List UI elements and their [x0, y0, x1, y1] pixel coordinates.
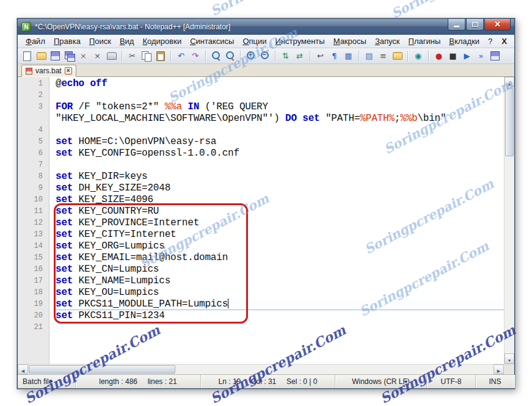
monitoring-icon[interactable]: ◉: [412, 50, 424, 62]
code-line[interactable]: [56, 125, 514, 136]
menubar-close-button[interactable]: X: [497, 37, 512, 46]
scroll-down-button[interactable]: [505, 353, 514, 364]
document-map-icon[interactable]: ▤: [363, 50, 375, 62]
code-line[interactable]: set KEY_PROVINCE=Internet: [56, 217, 514, 229]
code-line[interactable]: set PKCS11_PIN=1234: [56, 310, 514, 322]
run-macro-multiple-times-icon[interactable]: »: [475, 50, 487, 62]
code-line[interactable]: [56, 159, 514, 171]
code-line[interactable]: "HKEY_LOCAL_MACHINE\SOFTWARE\OpenVPN"') …: [56, 113, 514, 125]
record-macro-icon[interactable]: ●: [433, 50, 445, 62]
tab-vars-bat[interactable]: vars.bat: [21, 65, 76, 77]
vertical-scroll-thumb[interactable]: [505, 88, 514, 156]
line-number: 20: [18, 310, 43, 322]
line-number: 9: [18, 183, 43, 194]
line-number: 15: [18, 252, 43, 264]
menu-item-5[interactable]: Кодировки: [138, 36, 186, 46]
horizontal-scroll-track[interactable]: [176, 364, 494, 374]
tab-bar: vars.bat: [18, 64, 514, 77]
menu-item-2[interactable]: Правка: [49, 36, 85, 46]
redo-icon[interactable]: ↷: [189, 50, 201, 62]
code-line[interactable]: set KEY_DIR=keys: [56, 171, 514, 183]
menu-item-13[interactable]: ?: [484, 36, 497, 46]
close-all-icon[interactable]: ×: [92, 50, 103, 62]
zoom-out-icon[interactable]: [259, 50, 271, 62]
horizontal-scrollbar[interactable]: [18, 364, 514, 374]
code-line[interactable]: FOR /F "tokens=2*" %%a IN ('REG QUERY: [56, 101, 514, 113]
horizontal-scroll-thumb[interactable]: [29, 365, 175, 374]
code-line[interactable]: set KEY_ORG=Lumpics: [56, 241, 514, 252]
line-number: 13: [18, 229, 43, 241]
scroll-right-button[interactable]: [494, 364, 504, 374]
line-number: 17: [18, 275, 43, 287]
code-line[interactable]: @echo off: [56, 78, 514, 90]
scroll-up-button[interactable]: [505, 77, 514, 87]
replace-icon[interactable]: [224, 50, 236, 62]
folder-as-workspace-icon[interactable]: [392, 50, 403, 62]
sync-horizontal-scroll-icon[interactable]: ⇄: [294, 50, 305, 62]
stop-recording-icon[interactable]: ■: [447, 50, 459, 62]
notepadpp-icon: [21, 22, 31, 32]
vertical-scrollbar[interactable]: [504, 77, 514, 364]
code-line[interactable]: set KEY_OU=Lumpics: [56, 287, 514, 299]
minimize-icon: [454, 26, 459, 27]
menu-item-10[interactable]: Запуск: [371, 36, 404, 46]
code-line[interactable]: [56, 322, 514, 333]
save-icon[interactable]: [49, 50, 61, 62]
open-file-icon[interactable]: [35, 50, 47, 62]
code-line[interactable]: set PKCS11_MODULE_PATH=Lumpics: [56, 299, 514, 310]
arrow-up-icon: [508, 77, 512, 88]
save-recorded-macro-icon[interactable]: [489, 50, 501, 62]
page-background: *C:\OpenVPN\easy-rsa\vars.bat - Notepad+…: [0, 0, 532, 406]
line-number: 8: [18, 171, 43, 183]
undo-icon[interactable]: ↶: [175, 50, 187, 62]
zoom-in-icon[interactable]: [245, 50, 257, 62]
window-title: *C:\OpenVPN\easy-rsa\vars.bat - Notepad+…: [35, 23, 230, 31]
code-line[interactable]: [56, 90, 514, 101]
arrow-left-icon: [21, 364, 24, 375]
menu-item-11[interactable]: Плагины: [404, 36, 445, 46]
menu-item-7[interactable]: Опции: [238, 36, 271, 46]
code-line[interactable]: set KEY_CITY=Internet: [56, 229, 514, 241]
code-line[interactable]: set KEY_EMAIL=mail@host.domain: [56, 252, 514, 264]
menu-item-12[interactable]: Вкладки: [445, 36, 484, 46]
vertical-scroll-track[interactable]: [505, 157, 514, 353]
copy-icon[interactable]: [140, 50, 152, 62]
close-file-icon[interactable]: ×: [78, 50, 89, 62]
menu-item-8[interactable]: Инструменты: [271, 36, 329, 46]
code-line[interactable]: set KEY_CN=Lumpics: [56, 264, 514, 275]
print-icon[interactable]: [106, 50, 117, 62]
menu-item-3[interactable]: Поиск: [85, 36, 115, 46]
code-line[interactable]: set KEY_COUNTRY=RU: [56, 206, 514, 217]
function-list-icon[interactable]: ≡: [377, 50, 389, 62]
save-all-icon[interactable]: [64, 50, 75, 62]
close-button[interactable]: [484, 19, 511, 31]
status-encoding: UTF-8: [427, 375, 476, 388]
code-line[interactable]: set KEY_CONFIG=openssl-1.0.0.cnf: [56, 148, 514, 159]
find-icon[interactable]: [210, 50, 222, 62]
maximize-button[interactable]: [466, 19, 484, 31]
cut-icon[interactable]: ✂: [126, 50, 138, 62]
code-line[interactable]: set HOME=C:\OpenVPN\easy-rsa: [56, 136, 514, 148]
menu-item-4[interactable]: Вид: [115, 36, 139, 46]
new-file-icon[interactable]: [21, 50, 33, 62]
minimize-button[interactable]: [448, 19, 465, 31]
tab-close-icon[interactable]: [65, 67, 72, 74]
code-area[interactable]: @echo offFOR /F "tokens=2*" %%a IN ('REG…: [49, 77, 514, 364]
code-line[interactable]: set KEY_NAME=Lumpics: [56, 275, 514, 287]
show-all-characters-icon[interactable]: ¶: [329, 50, 340, 62]
menu-item-9[interactable]: Макросы: [329, 36, 371, 46]
line-number: 14: [18, 241, 43, 252]
menu-item-6[interactable]: Синтаксисы: [186, 36, 238, 46]
paste-icon[interactable]: [155, 50, 166, 62]
word-wrap-icon[interactable]: ↩: [315, 50, 326, 62]
code-line[interactable]: set DH_KEY_SIZE=2048: [56, 183, 514, 194]
code-line[interactable]: set KEY_SIZE=4096: [56, 194, 514, 206]
sync-vertical-scroll-icon[interactable]: ⇅: [280, 50, 291, 62]
title-bar[interactable]: *C:\OpenVPN\easy-rsa\vars.bat - Notepad+…: [18, 19, 514, 35]
menu-item-1[interactable]: Файл: [21, 36, 49, 46]
indent-guide-icon[interactable]: ▦: [343, 50, 354, 62]
scroll-left-button[interactable]: [18, 364, 28, 374]
line-number: 19: [18, 299, 43, 310]
status-typing-mode: INS: [476, 375, 514, 388]
playback-macro-icon[interactable]: ▶: [461, 50, 473, 62]
